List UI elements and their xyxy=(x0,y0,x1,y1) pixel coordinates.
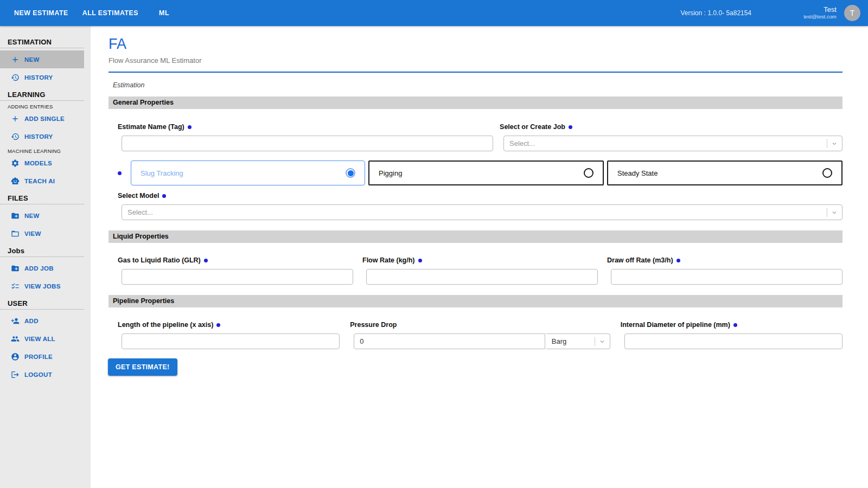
required-dot xyxy=(676,259,680,262)
flow-rate-input[interactable] xyxy=(366,269,598,285)
nav-ml[interactable]: ML xyxy=(159,9,169,17)
divider xyxy=(0,100,84,101)
sidebar-item-logout[interactable]: LOGOUT xyxy=(0,365,91,383)
main-content: FA Flow Assurance ML Estimator Estimatio… xyxy=(91,0,868,397)
navbar-right: Version : 1.0.0- 5a82154 Test test@test.… xyxy=(680,5,860,21)
sidebar-item-models[interactable]: MODELS xyxy=(0,154,91,172)
pressure-unit-value: Barg xyxy=(552,337,595,345)
sidebar-item-estimation-new[interactable]: NEW xyxy=(0,50,84,68)
sidebar-item-add-single[interactable]: ADD SINGLE xyxy=(0,110,91,127)
sidebar-item-label: NEW xyxy=(24,213,40,219)
page-title: FA xyxy=(108,36,843,53)
sidebar-item-label: LOGOUT xyxy=(24,371,52,378)
navbar-links: NEW ESTIMATE ALL ESTIMATES ML xyxy=(14,9,169,17)
sidebar-item-label: VIEW xyxy=(24,230,41,237)
job-select-label: Select or Create Job xyxy=(500,123,843,131)
title-divider xyxy=(108,72,843,73)
avatar[interactable]: T xyxy=(844,5,860,21)
sidebar-header-estimation: ESTIMATION xyxy=(8,38,91,46)
folder-plus-icon xyxy=(11,211,20,220)
sidebar-item-label: HISTORY xyxy=(24,133,53,140)
pressure-unit-select[interactable]: Barg xyxy=(546,333,610,349)
glr-label: Gas to Liquid Ratio (GLR) xyxy=(118,256,353,264)
divider xyxy=(595,337,595,346)
estimate-name-label: Estimate Name (Tag) xyxy=(118,123,493,131)
sidebar-header-user: USER xyxy=(8,299,91,307)
draw-off-rate-input[interactable] xyxy=(611,269,843,285)
divider xyxy=(0,256,84,257)
user-info[interactable]: Test test@test.com xyxy=(803,6,837,20)
pressure-drop-label: Pressure Drop xyxy=(350,321,610,329)
radio-unselected-icon xyxy=(584,168,593,178)
pipeline-length-input[interactable] xyxy=(122,333,340,349)
sidebar-subheader-adding-entries: ADDING ENTRIES xyxy=(8,104,91,110)
sidebar-item-label: ADD SINGLE xyxy=(24,115,65,122)
people-icon xyxy=(11,335,20,343)
estimate-name-input[interactable] xyxy=(122,136,493,151)
pipeline-length-label: Length of the pipeline (x axis) xyxy=(118,321,340,329)
pressure-drop-input[interactable] xyxy=(354,333,545,349)
logout-icon xyxy=(11,370,20,379)
get-estimate-button[interactable]: GET ESTIMATE! xyxy=(108,358,177,376)
person-add-icon xyxy=(11,317,20,325)
required-dot xyxy=(216,323,220,327)
flow-rate-label: Flow Rate (kg/h) xyxy=(362,256,598,264)
sidebar-item-profile[interactable]: PROFILE xyxy=(0,348,91,365)
glr-input[interactable] xyxy=(122,269,353,285)
sidebar-item-add-job[interactable]: ADD JOB xyxy=(0,259,91,277)
required-dot xyxy=(162,194,166,198)
required-dot xyxy=(418,259,422,262)
job-select-placeholder: Select... xyxy=(509,139,827,147)
model-select[interactable]: Select... xyxy=(122,204,843,220)
account-circle-icon xyxy=(11,352,20,361)
mode-label: Slug Tracking xyxy=(141,169,183,177)
top-navbar: NEW ESTIMATE ALL ESTIMATES ML Version : … xyxy=(0,0,868,26)
sidebar: ESTIMATION NEW HISTORY LEARNING ADDING E… xyxy=(0,26,91,488)
estimation-mode-group: Slug Tracking Pigging Steady State xyxy=(118,160,843,185)
sidebar-item-label: ADD xyxy=(24,318,39,324)
chevron-down-icon xyxy=(831,140,838,147)
gear-icon xyxy=(11,159,20,168)
sidebar-item-label: HISTORY xyxy=(24,74,53,81)
sidebar-subheader-machine-learning: MACHINE LEARNING xyxy=(8,148,91,154)
pipeline-diameter-label: Internal Diameter of pipeline (mm) xyxy=(621,321,843,329)
draw-off-rate-label: Draw off Rate (m3/h) xyxy=(607,256,843,264)
sidebar-item-label: ADD JOB xyxy=(24,265,54,272)
divider xyxy=(827,139,827,148)
radio-unselected-icon xyxy=(822,168,832,178)
pipeline-diameter-input[interactable] xyxy=(624,333,843,349)
required-dot xyxy=(733,323,737,327)
sidebar-item-view-all-users[interactable]: VIEW ALL xyxy=(0,330,91,348)
sidebar-item-label: MODELS xyxy=(24,160,52,166)
sidebar-item-learning-history[interactable]: HISTORY xyxy=(0,127,91,145)
mode-option-pigging[interactable]: Pigging xyxy=(368,160,604,185)
mode-option-steady-state[interactable]: Steady State xyxy=(607,160,843,185)
section-liquid-properties: Liquid Properties xyxy=(108,230,843,243)
section-pipeline-properties: Pipeline Properties xyxy=(108,295,843,307)
folder-open-icon xyxy=(11,229,20,238)
nav-new-estimate[interactable]: NEW ESTIMATE xyxy=(14,9,68,17)
divider xyxy=(0,204,84,204)
sidebar-item-view-jobs[interactable]: VIEW JOBS xyxy=(0,277,91,295)
divider xyxy=(827,208,827,217)
mode-label: Steady State xyxy=(617,169,658,177)
required-dot xyxy=(188,125,192,129)
required-dot xyxy=(204,259,208,262)
sidebar-item-label: VIEW ALL xyxy=(24,336,55,342)
nav-all-estimates[interactable]: ALL ESTIMATES xyxy=(82,9,138,17)
required-dot xyxy=(118,171,122,175)
sidebar-item-user-add[interactable]: ADD xyxy=(0,312,91,330)
sidebar-item-teach-ai[interactable]: TEACH AI xyxy=(0,172,91,190)
sidebar-item-estimation-history[interactable]: HISTORY xyxy=(0,68,91,86)
required-dot xyxy=(569,125,572,129)
user-email: test@test.com xyxy=(803,14,837,20)
sidebar-item-files-new[interactable]: NEW xyxy=(0,207,91,224)
sidebar-item-files-view[interactable]: VIEW xyxy=(0,224,91,242)
sidebar-header-files: FILES xyxy=(8,194,91,202)
mode-option-slug-tracking[interactable]: Slug Tracking xyxy=(131,160,365,185)
job-select[interactable]: Select... xyxy=(503,136,843,151)
sidebar-header-learning: LEARNING xyxy=(8,91,91,99)
user-name: Test xyxy=(803,6,837,14)
breadcrumb: Estimation xyxy=(113,81,843,89)
section-general-properties: General Properties xyxy=(108,97,843,109)
